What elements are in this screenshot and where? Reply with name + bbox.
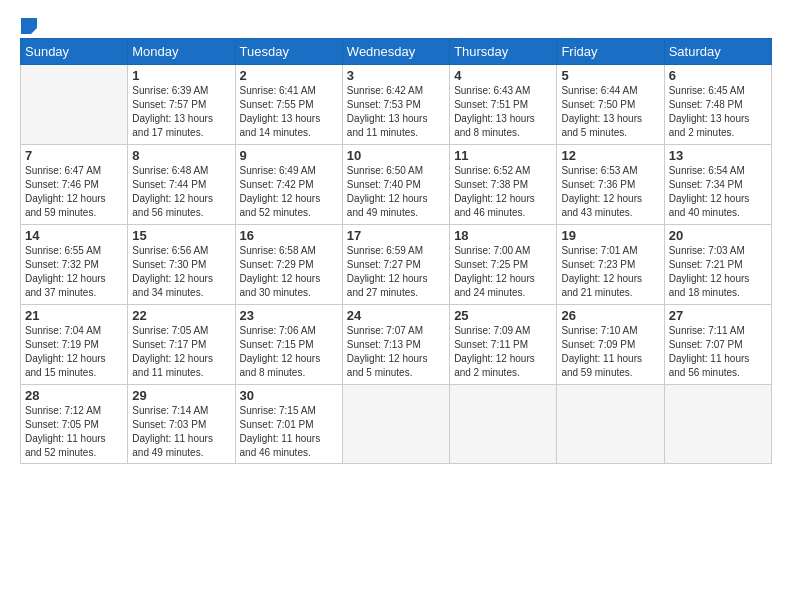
calendar-day-cell: 7Sunrise: 6:47 AM Sunset: 7:46 PM Daylig…: [21, 145, 128, 225]
calendar-day-cell: 24Sunrise: 7:07 AM Sunset: 7:13 PM Dayli…: [342, 305, 449, 385]
calendar-day-cell: 11Sunrise: 6:52 AM Sunset: 7:38 PM Dayli…: [450, 145, 557, 225]
calendar-day-cell: 3Sunrise: 6:42 AM Sunset: 7:53 PM Daylig…: [342, 65, 449, 145]
day-info: Sunrise: 6:42 AM Sunset: 7:53 PM Dayligh…: [347, 84, 445, 140]
logo-icon: [21, 18, 37, 34]
calendar-day-cell: 21Sunrise: 7:04 AM Sunset: 7:19 PM Dayli…: [21, 305, 128, 385]
calendar-week-row: 7Sunrise: 6:47 AM Sunset: 7:46 PM Daylig…: [21, 145, 772, 225]
weekday-header: Wednesday: [342, 39, 449, 65]
day-number: 23: [240, 308, 338, 323]
day-number: 6: [669, 68, 767, 83]
calendar-day-cell: 26Sunrise: 7:10 AM Sunset: 7:09 PM Dayli…: [557, 305, 664, 385]
calendar-day-cell: 4Sunrise: 6:43 AM Sunset: 7:51 PM Daylig…: [450, 65, 557, 145]
day-number: 25: [454, 308, 552, 323]
calendar-container: SundayMondayTuesdayWednesdayThursdayFrid…: [0, 0, 792, 612]
calendar-day-cell: 18Sunrise: 7:00 AM Sunset: 7:25 PM Dayli…: [450, 225, 557, 305]
day-info: Sunrise: 7:03 AM Sunset: 7:21 PM Dayligh…: [669, 244, 767, 300]
calendar-week-row: 14Sunrise: 6:55 AM Sunset: 7:32 PM Dayli…: [21, 225, 772, 305]
day-info: Sunrise: 6:44 AM Sunset: 7:50 PM Dayligh…: [561, 84, 659, 140]
day-number: 17: [347, 228, 445, 243]
day-info: Sunrise: 6:47 AM Sunset: 7:46 PM Dayligh…: [25, 164, 123, 220]
weekday-header: Friday: [557, 39, 664, 65]
day-number: 2: [240, 68, 338, 83]
weekday-header: Tuesday: [235, 39, 342, 65]
day-number: 15: [132, 228, 230, 243]
calendar-day-cell: 8Sunrise: 6:48 AM Sunset: 7:44 PM Daylig…: [128, 145, 235, 225]
day-number: 13: [669, 148, 767, 163]
calendar-day-cell: 12Sunrise: 6:53 AM Sunset: 7:36 PM Dayli…: [557, 145, 664, 225]
day-number: 11: [454, 148, 552, 163]
day-info: Sunrise: 7:12 AM Sunset: 7:05 PM Dayligh…: [25, 404, 123, 460]
day-info: Sunrise: 7:09 AM Sunset: 7:11 PM Dayligh…: [454, 324, 552, 380]
day-info: Sunrise: 6:58 AM Sunset: 7:29 PM Dayligh…: [240, 244, 338, 300]
day-number: 27: [669, 308, 767, 323]
day-number: 4: [454, 68, 552, 83]
header: [20, 16, 772, 30]
day-info: Sunrise: 7:04 AM Sunset: 7:19 PM Dayligh…: [25, 324, 123, 380]
calendar-day-cell: 16Sunrise: 6:58 AM Sunset: 7:29 PM Dayli…: [235, 225, 342, 305]
day-info: Sunrise: 6:48 AM Sunset: 7:44 PM Dayligh…: [132, 164, 230, 220]
day-number: 3: [347, 68, 445, 83]
day-number: 8: [132, 148, 230, 163]
day-number: 24: [347, 308, 445, 323]
day-info: Sunrise: 7:06 AM Sunset: 7:15 PM Dayligh…: [240, 324, 338, 380]
day-info: Sunrise: 7:15 AM Sunset: 7:01 PM Dayligh…: [240, 404, 338, 460]
calendar-day-cell: 5Sunrise: 6:44 AM Sunset: 7:50 PM Daylig…: [557, 65, 664, 145]
day-number: 30: [240, 388, 338, 403]
calendar-day-cell: 25Sunrise: 7:09 AM Sunset: 7:11 PM Dayli…: [450, 305, 557, 385]
calendar-day-cell: 9Sunrise: 6:49 AM Sunset: 7:42 PM Daylig…: [235, 145, 342, 225]
calendar-day-cell: 6Sunrise: 6:45 AM Sunset: 7:48 PM Daylig…: [664, 65, 771, 145]
weekday-header: Sunday: [21, 39, 128, 65]
calendar-day-cell: [450, 385, 557, 464]
calendar-day-cell: 13Sunrise: 6:54 AM Sunset: 7:34 PM Dayli…: [664, 145, 771, 225]
calendar-week-row: 1Sunrise: 6:39 AM Sunset: 7:57 PM Daylig…: [21, 65, 772, 145]
calendar-day-cell: 10Sunrise: 6:50 AM Sunset: 7:40 PM Dayli…: [342, 145, 449, 225]
day-number: 12: [561, 148, 659, 163]
calendar-day-cell: 22Sunrise: 7:05 AM Sunset: 7:17 PM Dayli…: [128, 305, 235, 385]
day-info: Sunrise: 6:50 AM Sunset: 7:40 PM Dayligh…: [347, 164, 445, 220]
day-number: 7: [25, 148, 123, 163]
calendar-day-cell: 23Sunrise: 7:06 AM Sunset: 7:15 PM Dayli…: [235, 305, 342, 385]
day-info: Sunrise: 6:55 AM Sunset: 7:32 PM Dayligh…: [25, 244, 123, 300]
logo: [20, 16, 37, 30]
day-number: 9: [240, 148, 338, 163]
day-number: 10: [347, 148, 445, 163]
day-number: 26: [561, 308, 659, 323]
day-info: Sunrise: 7:01 AM Sunset: 7:23 PM Dayligh…: [561, 244, 659, 300]
day-info: Sunrise: 6:49 AM Sunset: 7:42 PM Dayligh…: [240, 164, 338, 220]
calendar-day-cell: 20Sunrise: 7:03 AM Sunset: 7:21 PM Dayli…: [664, 225, 771, 305]
day-number: 29: [132, 388, 230, 403]
day-info: Sunrise: 6:43 AM Sunset: 7:51 PM Dayligh…: [454, 84, 552, 140]
calendar-day-cell: 30Sunrise: 7:15 AM Sunset: 7:01 PM Dayli…: [235, 385, 342, 464]
weekday-header: Monday: [128, 39, 235, 65]
calendar-week-row: 21Sunrise: 7:04 AM Sunset: 7:19 PM Dayli…: [21, 305, 772, 385]
day-info: Sunrise: 6:45 AM Sunset: 7:48 PM Dayligh…: [669, 84, 767, 140]
calendar-day-cell: [342, 385, 449, 464]
day-info: Sunrise: 6:54 AM Sunset: 7:34 PM Dayligh…: [669, 164, 767, 220]
calendar-day-cell: [21, 65, 128, 145]
day-info: Sunrise: 6:41 AM Sunset: 7:55 PM Dayligh…: [240, 84, 338, 140]
day-info: Sunrise: 7:10 AM Sunset: 7:09 PM Dayligh…: [561, 324, 659, 380]
weekday-header-row: SundayMondayTuesdayWednesdayThursdayFrid…: [21, 39, 772, 65]
weekday-header: Thursday: [450, 39, 557, 65]
calendar-day-cell: [664, 385, 771, 464]
day-info: Sunrise: 7:14 AM Sunset: 7:03 PM Dayligh…: [132, 404, 230, 460]
calendar-day-cell: [557, 385, 664, 464]
calendar-day-cell: 28Sunrise: 7:12 AM Sunset: 7:05 PM Dayli…: [21, 385, 128, 464]
calendar-day-cell: 19Sunrise: 7:01 AM Sunset: 7:23 PM Dayli…: [557, 225, 664, 305]
calendar-day-cell: 1Sunrise: 6:39 AM Sunset: 7:57 PM Daylig…: [128, 65, 235, 145]
calendar-day-cell: 14Sunrise: 6:55 AM Sunset: 7:32 PM Dayli…: [21, 225, 128, 305]
day-info: Sunrise: 7:00 AM Sunset: 7:25 PM Dayligh…: [454, 244, 552, 300]
day-number: 28: [25, 388, 123, 403]
day-number: 14: [25, 228, 123, 243]
day-number: 22: [132, 308, 230, 323]
day-info: Sunrise: 7:07 AM Sunset: 7:13 PM Dayligh…: [347, 324, 445, 380]
calendar-table: SundayMondayTuesdayWednesdayThursdayFrid…: [20, 38, 772, 464]
day-info: Sunrise: 7:11 AM Sunset: 7:07 PM Dayligh…: [669, 324, 767, 380]
day-number: 19: [561, 228, 659, 243]
calendar-day-cell: 15Sunrise: 6:56 AM Sunset: 7:30 PM Dayli…: [128, 225, 235, 305]
day-info: Sunrise: 6:39 AM Sunset: 7:57 PM Dayligh…: [132, 84, 230, 140]
day-number: 20: [669, 228, 767, 243]
day-info: Sunrise: 6:52 AM Sunset: 7:38 PM Dayligh…: [454, 164, 552, 220]
day-number: 16: [240, 228, 338, 243]
day-number: 1: [132, 68, 230, 83]
